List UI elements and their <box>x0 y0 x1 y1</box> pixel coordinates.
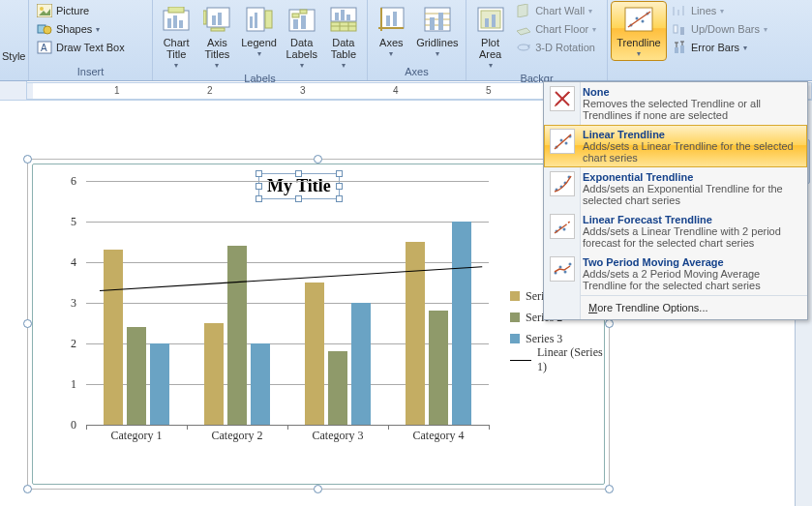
svg-rect-43 <box>438 13 443 30</box>
svg-rect-13 <box>211 28 225 31</box>
lines-button[interactable]: Lines ▾ <box>668 2 774 19</box>
chart-bar[interactable] <box>351 303 371 425</box>
svg-rect-9 <box>173 15 177 28</box>
chart-bar[interactable] <box>305 283 324 425</box>
svg-point-84 <box>559 266 562 269</box>
y-axis-label: 5 <box>71 215 76 229</box>
chart-bar[interactable] <box>328 351 347 425</box>
svg-rect-10 <box>179 20 183 28</box>
more-trendline-options[interactable]: More Trendline Options... <box>544 296 807 319</box>
updown-bars-button[interactable]: Up/Down Bars ▾ <box>668 20 774 38</box>
svg-rect-45 <box>481 11 500 28</box>
chart-object[interactable]: My Title Series 1 Series 2 Series 3 Line… <box>27 159 610 490</box>
svg-rect-33 <box>381 8 404 28</box>
chevron-down-icon: ▾ <box>436 48 439 60</box>
resize-handle[interactable] <box>605 485 614 493</box>
chevron-down-icon: ▾ <box>389 48 393 60</box>
chart-bar[interactable] <box>104 250 123 425</box>
menu-item-linear-trendline[interactable]: Linear TrendlineAdds/sets a Linear Trend… <box>544 125 807 167</box>
svg-line-73 <box>555 134 571 149</box>
ribbon-group-insert: Picture Shapes ▾ A Draw Text Box Insert <box>29 0 153 80</box>
chevron-down-icon: ▾ <box>588 7 592 15</box>
resize-handle[interactable] <box>23 319 32 328</box>
svg-point-80 <box>563 228 566 231</box>
legend-button[interactable]: Legend ▾ <box>238 2 279 60</box>
resize-handle[interactable] <box>23 485 32 493</box>
x-axis-label: Category 3 <box>287 429 388 443</box>
draw-text-box-button[interactable]: A Draw Text Box <box>33 39 148 56</box>
axes-icon <box>376 4 406 35</box>
svg-rect-22 <box>301 15 306 29</box>
trendline-menu: NoneRemoves the selected Trendline or al… <box>543 81 808 320</box>
plot-area-button[interactable]: Plot Area ▾ <box>470 2 510 72</box>
menu-item-head: Linear Trendline <box>583 129 801 140</box>
chevron-down-icon: ▾ <box>720 7 724 15</box>
picture-icon <box>37 3 52 18</box>
ribbon-group-analysis: Trendline ▾ Lines ▾ Up/Down Bars ▾ Error… <box>608 0 812 80</box>
chart-wall-icon <box>516 3 531 18</box>
chart-bar[interactable] <box>429 311 448 425</box>
chevron-down-icon: ▾ <box>764 25 767 34</box>
rotation-label: 3-D Rotation <box>535 42 595 53</box>
menu-item-linear-forecast-trendline[interactable]: Linear Forecast TrendlineAdds/sets a Lin… <box>544 210 807 253</box>
svg-rect-21 <box>293 19 298 29</box>
chart-bar[interactable] <box>227 246 247 425</box>
chart-bar[interactable] <box>127 327 146 425</box>
rotation-icon <box>516 40 531 55</box>
textbox-icon: A <box>37 40 52 55</box>
rotation-button[interactable]: 3-D Rotation <box>512 39 603 56</box>
menu-item-two-period-moving-average[interactable]: Two Period Moving AverageAdds/sets a 2 P… <box>544 253 807 295</box>
data-labels-label: Data Labels <box>286 37 316 60</box>
trendline-icon <box>623 4 654 35</box>
axis-titles-icon <box>201 4 232 35</box>
chevron-down-icon: ▾ <box>300 60 304 72</box>
chart-bar[interactable] <box>251 343 270 425</box>
svg-rect-37 <box>393 12 397 26</box>
chevron-down-icon: ▾ <box>174 60 178 72</box>
resize-handle[interactable] <box>314 485 322 493</box>
resize-handle[interactable] <box>23 155 32 164</box>
chart-floor-button[interactable]: Chart Floor ▾ <box>512 20 603 38</box>
chart-floor-icon <box>516 21 531 37</box>
svg-text:A: A <box>41 43 47 53</box>
error-bars-icon <box>672 40 687 55</box>
chevron-down-icon: ▾ <box>592 25 596 34</box>
picture-button[interactable]: Picture <box>33 2 148 19</box>
shapes-button[interactable]: Shapes ▾ <box>33 20 148 38</box>
svg-rect-17 <box>250 16 253 28</box>
chart-wall-button[interactable]: Chart Wall ▾ <box>512 2 603 19</box>
menu-item-none[interactable]: NoneRemoves the selected Trendline or al… <box>544 82 807 125</box>
ribbon-group-labels: Chart Title ▾ Axis Titles ▾ Legend ▾ Dat… <box>153 0 368 80</box>
data-table-button[interactable]: Data Table ▾ <box>324 2 363 72</box>
data-labels-button[interactable]: Data Labels ▾ <box>282 2 322 72</box>
shapes-icon <box>37 21 52 37</box>
axis-titles-button[interactable]: Axis Titles ▾ <box>197 2 236 72</box>
ribbon-group-axes-label: Axes <box>372 65 462 80</box>
x-axis-label: Category 4 <box>388 429 489 443</box>
ruler-mark: 5 <box>486 85 492 96</box>
trendline-type-icon <box>550 129 575 154</box>
chart-bar[interactable] <box>204 323 224 425</box>
chart-bar[interactable] <box>150 343 169 425</box>
chart-title-button[interactable]: Chart Title ▾ <box>157 2 195 72</box>
svg-rect-8 <box>167 18 171 28</box>
resize-handle[interactable] <box>314 155 322 164</box>
svg-rect-12 <box>203 11 206 24</box>
axes-button[interactable]: Axes ▾ <box>372 2 411 60</box>
lines-icon <box>672 3 687 18</box>
menu-item-head: Two Period Moving Average <box>583 256 801 268</box>
ruler-mark: 3 <box>300 85 306 96</box>
menu-item-desc: Removes the selected Trendline or all Tr… <box>583 98 801 121</box>
trendline-type-icon <box>550 214 575 239</box>
chart-plot[interactable] <box>86 181 489 425</box>
error-bars-button[interactable]: Error Bars ▾ <box>668 39 774 56</box>
chart-bar[interactable] <box>452 222 471 425</box>
plot-area-label: Plot Area <box>479 37 501 60</box>
gridlines-button[interactable]: Gridlines ▾ <box>413 2 462 60</box>
menu-item-exponential-trendline[interactable]: Exponential TrendlineAdds/sets an Expone… <box>544 167 807 210</box>
legend-label: Legend <box>241 37 277 48</box>
trendline-button[interactable]: Trendline ▾ <box>612 2 666 60</box>
menu-item-head: Linear Forecast Trendline <box>583 214 801 225</box>
updown-label: Up/Down Bars <box>691 23 760 35</box>
style-label: Style <box>2 50 26 62</box>
